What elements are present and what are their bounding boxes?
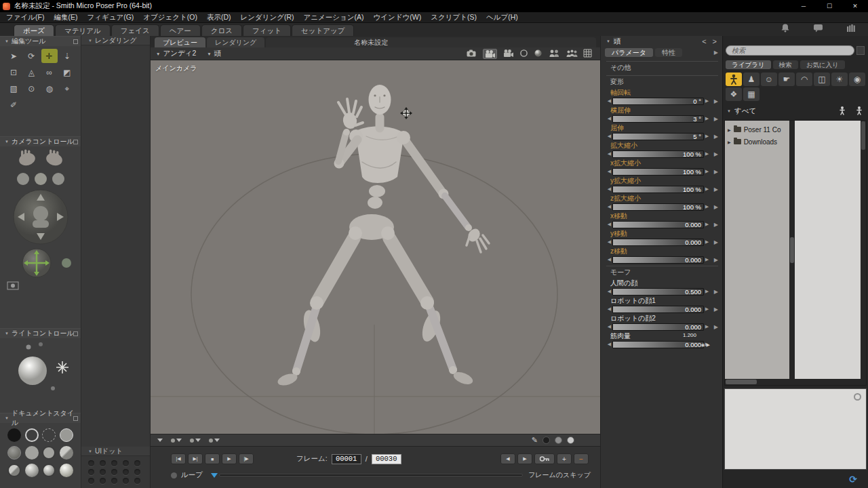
translate-tool-icon[interactable]: ✛	[41, 49, 58, 63]
param-menu-icon[interactable]: ▶	[714, 186, 718, 192]
step-button[interactable]: |▶	[239, 453, 254, 464]
doc-style-outline[interactable]	[25, 428, 39, 442]
dial-increment-icon[interactable]: ▶	[704, 222, 710, 227]
poses-category-icon[interactable]: ♟	[743, 73, 760, 86]
last-frame-button[interactable]: ▶|	[188, 453, 203, 464]
camera-controls-widget[interactable]	[3, 148, 79, 296]
tracking-dot-mid[interactable]	[555, 436, 562, 444]
rotate-tool-icon[interactable]: ⟳	[23, 49, 39, 63]
ui-dot[interactable]	[123, 478, 129, 484]
viewport-3d[interactable]: メインカメラ	[151, 60, 600, 434]
param-dial[interactable]: 100 %	[612, 203, 704, 211]
color-tool-icon[interactable]: ◩	[59, 65, 75, 79]
preview-sphere-icon[interactable]	[854, 393, 861, 401]
ui-dot[interactable]	[111, 469, 117, 475]
doc-style-smooth-lined[interactable]	[42, 464, 56, 477]
add-keyframe-button[interactable]: +	[557, 453, 572, 464]
hair-category-icon[interactable]: ◠	[796, 73, 812, 86]
previous-key-button[interactable]: ◀	[500, 453, 515, 464]
stop-button[interactable]: ■	[205, 453, 220, 464]
tree-item-poser11[interactable]: Poser 11 Co	[725, 123, 789, 136]
doc-style-flat-lined[interactable]	[42, 446, 56, 460]
dial-decrement-icon[interactable]: ◀	[606, 151, 612, 157]
param-dial[interactable]: 0.000	[612, 239, 704, 246]
ui-dot[interactable]	[100, 478, 106, 484]
param-menu-icon[interactable]: ▶	[714, 289, 718, 295]
hands-category-icon[interactable]: ☛	[778, 73, 795, 86]
ui-dots-header[interactable]: UIドット	[81, 447, 150, 456]
param-menu-icon[interactable]: ▶	[714, 151, 718, 157]
circle-outline-icon[interactable]	[519, 49, 528, 59]
param-menu-icon[interactable]: ▶	[714, 324, 718, 330]
library-collection-row[interactable]: すべて	[727, 106, 864, 117]
sync-icon[interactable]: ⟳	[849, 474, 857, 485]
chain-break-tool-icon[interactable]: ∞	[41, 65, 58, 79]
dial-decrement-icon[interactable]: ◀	[606, 257, 612, 262]
menu-edit[interactable]: 編集(E)	[49, 13, 82, 22]
search-options-icon[interactable]	[856, 46, 865, 55]
viewport-menu-icon[interactable]	[190, 439, 201, 443]
lights-category-icon[interactable]: ☀	[831, 73, 848, 86]
tab-overflow-icon[interactable]: ▶	[714, 49, 718, 56]
param-dial[interactable]: 0.000	[612, 341, 704, 348]
movie-camera-icon[interactable]	[502, 49, 514, 59]
stack-icon[interactable]	[846, 24, 856, 34]
param-menu-icon[interactable]: ▶	[714, 169, 718, 175]
timeline-scrub-rail[interactable]	[219, 474, 523, 476]
dial-increment-icon[interactable]: ▶	[704, 134, 710, 139]
tree-item-downloads[interactable]: Downloads	[725, 136, 789, 148]
document-title-tab[interactable]: 名称未設定	[266, 37, 596, 47]
param-menu-icon[interactable]: ▶	[714, 204, 718, 210]
menu-render[interactable]: レンダリング(R)	[236, 13, 299, 22]
light-controls-widget[interactable]	[3, 338, 79, 396]
panel-menu-icon[interactable]	[73, 39, 78, 44]
tab-fitting[interactable]: フィット	[243, 24, 291, 36]
param-menu-icon[interactable]: ▶	[714, 306, 718, 312]
section-morph[interactable]: モーフ	[606, 266, 718, 278]
doc-style-cartoon[interactable]	[60, 446, 73, 460]
ui-dot[interactable]	[100, 469, 106, 475]
dial-increment-icon[interactable]: ▶	[704, 324, 710, 329]
maximize-button[interactable]: ☐	[816, 0, 842, 12]
scenes-category-icon[interactable]: ▦	[743, 87, 760, 101]
scrollbar-thumb[interactable]	[726, 380, 757, 384]
dial-increment-icon[interactable]: ▶	[704, 169, 710, 174]
dial-increment-icon[interactable]: ▶	[704, 239, 710, 245]
direct-manipulation-tool-icon[interactable]: ⌖	[59, 81, 75, 96]
tracking-dot-light[interactable]	[567, 436, 574, 444]
menu-file[interactable]: ファイル(F)	[1, 13, 49, 22]
panel-menu-icon[interactable]	[73, 140, 78, 144]
panel-menu-icon[interactable]	[73, 331, 78, 336]
menu-help[interactable]: ヘルプ(H)	[481, 13, 523, 22]
end-frame-input[interactable]	[372, 454, 401, 464]
param-menu-icon[interactable]: ▶	[714, 222, 718, 228]
edit-pencil-icon[interactable]: ✎	[532, 436, 538, 445]
rendering-palette-header[interactable]: レンダリング	[81, 36, 150, 45]
props-category-icon[interactable]: ◫	[814, 73, 830, 86]
dial-decrement-icon[interactable]: ◀	[606, 222, 612, 227]
minimize-button[interactable]: ─	[791, 0, 816, 12]
tab-preview[interactable]: プレビュー	[155, 37, 205, 47]
ui-dot[interactable]	[134, 469, 140, 475]
playhead-marker[interactable]	[211, 473, 218, 478]
param-menu-icon[interactable]: ▶	[714, 239, 718, 245]
viewport-menu-icon[interactable]	[171, 439, 182, 443]
doc-style-silhouette[interactable]	[7, 428, 21, 442]
param-dial[interactable]: 0.000	[612, 306, 704, 313]
scrollbar-thumb[interactable]	[861, 121, 865, 150]
param-dial[interactable]: 100 %	[612, 186, 704, 193]
section-transform[interactable]: 変形	[606, 75, 718, 87]
render-camera-icon[interactable]	[483, 49, 497, 59]
tab-favorites[interactable]: お気に入り	[800, 60, 845, 69]
doc-style-cartoon-lined[interactable]	[7, 464, 21, 477]
dial-decrement-icon[interactable]: ◀	[606, 186, 612, 192]
tab-properties[interactable]: 特性	[655, 48, 682, 57]
doc-style-texture-shaded[interactable]	[60, 464, 73, 477]
tree-scrollbar[interactable]	[789, 121, 795, 379]
dial-increment-icon[interactable]: ▶	[704, 98, 710, 104]
dial-decrement-icon[interactable]: ◀	[606, 239, 612, 245]
tracking-dot-dark[interactable]	[542, 436, 550, 444]
bell-icon[interactable]	[781, 23, 790, 34]
figures-category-icon[interactable]	[726, 73, 742, 86]
grouping-tool-icon[interactable]: ▧	[5, 81, 22, 96]
